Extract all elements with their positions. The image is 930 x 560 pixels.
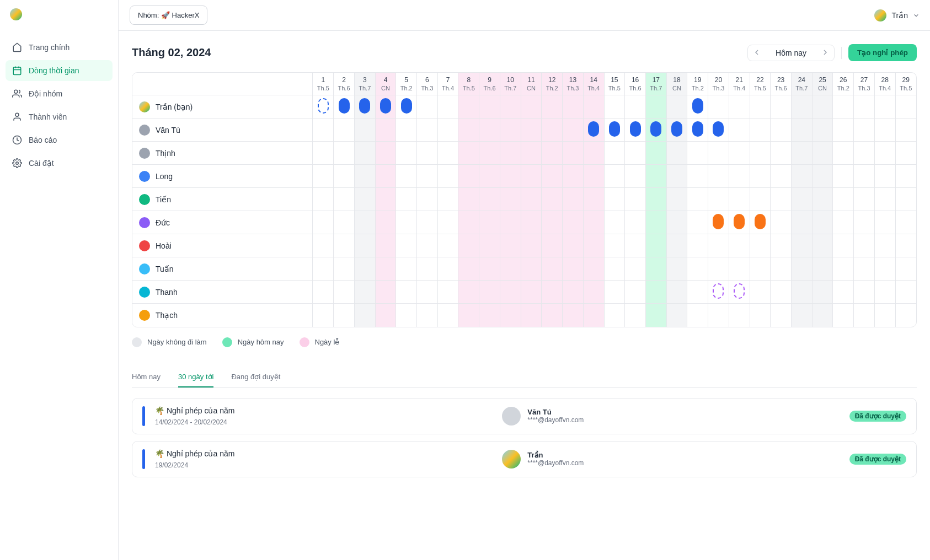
sidebar-item-home[interactable]: Trang chính	[6, 37, 113, 58]
day-cell	[854, 95, 875, 119]
person-name-cell[interactable]: Long	[132, 165, 313, 188]
day-cell	[417, 257, 438, 281]
leave-pill[interactable]	[713, 214, 724, 229]
day-cell	[458, 95, 479, 119]
person-name-cell[interactable]: Thanh	[132, 281, 313, 304]
day-cell	[729, 165, 750, 188]
filter-tab[interactable]: Hôm nay	[132, 367, 161, 387]
leave-pill[interactable]	[380, 98, 391, 114]
day-cell	[437, 142, 458, 165]
leave-pill[interactable]	[650, 121, 661, 137]
svg-point-4	[14, 90, 18, 93]
day-cell	[396, 281, 417, 304]
leave-pill[interactable]	[588, 121, 599, 137]
day-cell	[437, 281, 458, 304]
person-name-cell[interactable]: Thạch	[132, 304, 313, 327]
day-cell	[604, 188, 625, 211]
leave-pill[interactable]	[734, 214, 745, 229]
day-cell	[604, 142, 625, 165]
day-cell	[500, 304, 521, 327]
day-cell	[604, 281, 625, 304]
person-name-cell[interactable]: Hoài	[132, 234, 313, 257]
next-month-button[interactable]	[816, 45, 834, 61]
sidebar-item-users[interactable]: Đội nhóm	[6, 83, 113, 104]
day-cell	[521, 257, 542, 281]
day-cell	[854, 234, 875, 257]
person-name-cell[interactable]: Đức	[132, 211, 313, 234]
day-cell	[396, 95, 417, 119]
day-cell	[458, 234, 479, 257]
gear-icon	[12, 158, 22, 168]
username: Trần	[892, 11, 908, 20]
day-cell	[812, 165, 833, 188]
day-cell	[583, 257, 604, 281]
leave-pill[interactable]	[401, 98, 412, 114]
day-cell	[625, 281, 646, 304]
leave-pill[interactable]	[755, 214, 766, 229]
sidebar-item-user[interactable]: Thành viên	[6, 106, 113, 127]
legend: Ngày không đi làmNgày hôm nayNgày lễ	[132, 337, 917, 347]
sidebar-item-clock[interactable]: Báo cáo	[6, 130, 113, 150]
day-cell	[479, 95, 500, 119]
day-cell	[604, 234, 625, 257]
leave-pill-pending[interactable]	[734, 283, 745, 299]
day-cell	[708, 119, 729, 142]
day-cell	[895, 211, 916, 234]
day-cell	[542, 281, 563, 304]
day-cell	[854, 188, 875, 211]
user-menu[interactable]: Trần	[874, 9, 919, 21]
day-cell	[833, 119, 854, 142]
person-name-cell[interactable]: Thịnh	[132, 142, 313, 165]
day-cell	[437, 188, 458, 211]
person-name-cell[interactable]: Trần (bạn)	[132, 95, 313, 119]
request-user-email: ****@dayoffvn.com	[527, 416, 584, 424]
day-cell	[334, 188, 355, 211]
leave-pill-pending[interactable]	[713, 283, 724, 299]
person-name-cell[interactable]: Văn Tú	[132, 119, 313, 142]
request-card[interactable]: 🌴 Nghỉ phép của năm 19/02/2024 Trần ****…	[132, 441, 917, 477]
sidebar-nav: Trang chínhDòng thời gianĐội nhómThành v…	[6, 37, 113, 174]
leave-pill[interactable]	[339, 98, 350, 114]
create-leave-button[interactable]: Tạo nghỉ phép	[848, 44, 917, 61]
day-cell	[334, 142, 355, 165]
leave-pill-pending[interactable]	[318, 98, 329, 114]
day-cell	[375, 211, 396, 234]
day-cell	[479, 304, 500, 327]
person-name: Long	[156, 172, 173, 181]
leave-pill[interactable]	[359, 98, 370, 114]
day-cell	[895, 234, 916, 257]
day-cell	[334, 119, 355, 142]
sidebar-item-calendar[interactable]: Dòng thời gian	[6, 60, 113, 81]
person-name-cell[interactable]: Tuấn	[132, 257, 313, 281]
leave-pill[interactable]	[692, 121, 703, 137]
group-selector[interactable]: Nhóm: 🚀 HackerX	[130, 6, 207, 25]
app-logo[interactable]	[10, 8, 22, 20]
day-cell	[791, 257, 812, 281]
request-card[interactable]: 🌴 Nghỉ phép của năm 14/02/2024 - 20/02/2…	[132, 398, 917, 434]
leave-pill[interactable]	[609, 121, 620, 137]
prev-month-button[interactable]	[748, 45, 766, 61]
today-button[interactable]: Hôm nay	[766, 45, 816, 61]
day-header: 25CN	[812, 73, 833, 95]
day-cell	[521, 234, 542, 257]
day-cell	[833, 142, 854, 165]
day-cell	[396, 165, 417, 188]
leave-pill[interactable]	[692, 98, 703, 114]
day-cell	[313, 304, 334, 327]
day-cell	[874, 211, 895, 234]
person-name-cell[interactable]: Tiến	[132, 188, 313, 211]
request-accent	[142, 406, 145, 426]
sidebar-item-gear[interactable]: Cài đặt	[6, 153, 113, 174]
legend-item: Ngày lễ	[300, 337, 340, 347]
leave-pill[interactable]	[671, 121, 682, 137]
day-cell	[874, 257, 895, 281]
filter-tab[interactable]: 30 ngày tới	[178, 367, 213, 387]
day-cell	[833, 304, 854, 327]
leave-pill[interactable]	[630, 121, 641, 137]
day-cell	[583, 119, 604, 142]
day-cell	[500, 165, 521, 188]
day-cell	[687, 95, 708, 119]
leave-pill[interactable]	[713, 121, 724, 137]
day-cell	[563, 281, 584, 304]
filter-tab[interactable]: Đang đợi duyệt	[231, 367, 280, 387]
